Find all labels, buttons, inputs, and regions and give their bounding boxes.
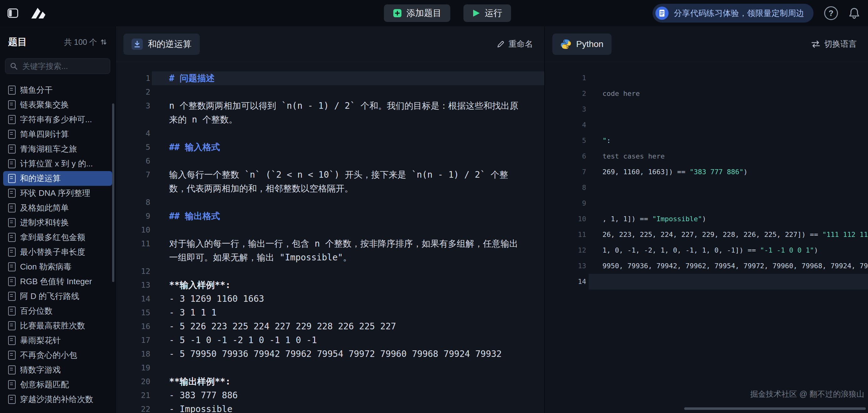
code-line: 5": [545,133,868,149]
code-token: "111 112 113 11 [822,231,868,238]
sidebar-item[interactable]: 百分位数 [3,304,112,318]
document-icon [8,144,16,153]
sidebar-item[interactable]: 环状 DNA 序列整理 [3,186,112,201]
code-line: 139950, 79936, 79942, 79962, 79954, 7997… [545,258,868,274]
switch-language-button[interactable]: 切换语言 [811,38,857,50]
share-doc-icon [655,6,669,20]
markdown-editor[interactable]: 1# 问题描述 2 3n 个整数两两相加可以得到 `n(n - 1) / 2` … [116,62,544,413]
line-number: 14 [545,274,586,290]
language-label: Python [576,39,603,49]
line-number: 8 [116,196,150,209]
markdown-line: 15- 3 1 1 1 [116,306,544,320]
sidebar-item[interactable]: 拿到最多红包金额 [3,230,112,245]
problem-doc-icon [131,38,143,50]
sidebar-item[interactable]: 简单四则计算 [3,127,112,142]
markdown-line: 9## 输出格式 [116,209,544,223]
line-number: 13 [116,278,150,292]
run-label: 运行 [485,7,502,19]
sidebar-item[interactable]: 暴雨梨花针 [3,333,112,348]
code-line: 1126, 223, 225, 224, 227, 229, 228, 226,… [545,227,868,242]
sidebar-item[interactable]: 及格如此简单 [3,201,112,215]
watermark: 掘金技术社区 @ 翻不过的浪狼山 [750,389,864,399]
sidebar-item[interactable]: 进制求和转换 [3,215,112,230]
sidebar-item-active[interactable]: 和的逆运算 [3,171,112,186]
search-input[interactable] [22,61,124,71]
document-icon [8,203,16,212]
code-token: 1, 0, -1, -2, 1, 0, -1, 1, 0, -1]) == [602,246,760,254]
sidebar-item[interactable]: 最小替换子串长度 [3,245,112,260]
document-icon [8,159,16,168]
code-token: code here [602,90,640,97]
document-icon [8,351,16,360]
play-icon [472,9,480,18]
code-line: 121, 0, -1, -2, 1, 0, -1, 1, 0, -1]) == … [545,242,868,258]
problem-sidebar: 题目 共 100 个 猫鱼分干 链表聚集交换 字符串有多少种可... 简单四则计… [0,26,116,413]
line-number: 7 [116,168,150,196]
document-icon [8,247,16,257]
add-icon [393,8,402,18]
topbar: 添加题目 运行 分享代码练习体验，领限量定制周边 ? [0,0,868,27]
sort-icon[interactable] [100,38,107,46]
juejin-logo-icon[interactable] [30,7,48,20]
sidebar-item[interactable]: 青海湖租车之旅 [3,142,112,156]
markdown-line: 13**输入样例**: [116,278,544,292]
sidebar-item[interactable]: RGB 色值转 Integer [3,274,112,289]
markdown-line: 20**输出样例**: [116,375,544,389]
search-box[interactable] [5,58,110,74]
sidebar-toggle-icon[interactable] [7,8,18,18]
problem-count: 共 100 个 [64,37,97,47]
search-icon [10,62,18,70]
line-number: 3 [545,101,586,117]
markdown-line: 2 [116,85,544,99]
sidebar-item[interactable]: 猜数字游戏 [3,362,112,377]
problem-tab[interactable]: 和的逆运算 [123,33,200,55]
markdown-line: 16- 5 226 223 225 224 227 229 228 226 22… [116,320,544,333]
promo-banner[interactable]: 分享代码练习体验，领限量定制周边 [653,4,813,23]
code-token: "383 777 886" [689,168,743,176]
line-number: 2 [116,85,150,99]
code-token: " [602,137,607,144]
code-token: ) [743,168,747,176]
code-token: 9950, 79936, 79942, 79962, 79954, 79972,… [602,262,868,270]
code-line: 10, 1, 1]) == "Impossible") [545,211,868,227]
code-token: "Impossible" [652,215,702,223]
markdown-line: 4 [116,126,544,140]
language-tab[interactable]: Python [552,33,612,55]
line-number: 12 [545,242,586,258]
app-window: 添加题目 运行 分享代码练习体验，领限量定制周边 ? 题目 共 100 个 [0,0,868,413]
line-number: 3 [116,99,150,126]
line-number: 9 [116,209,150,223]
code-editor[interactable]: 1 2code here 3 4 5": 6test cases here 72… [545,62,868,413]
add-problem-label: 添加题目 [406,7,441,19]
line-number: 7 [545,164,586,180]
sidebar-item[interactable]: 字符串有多少种可... [3,112,112,127]
markdown-line: 6 [116,154,544,168]
sidebar-item[interactable]: Cion 勒索病毒 [3,260,112,274]
sidebar-item[interactable]: 猫鱼分干 [3,83,112,97]
problem-list: 猫鱼分干 链表聚集交换 字符串有多少种可... 简单四则计算 青海湖租车之旅 计… [0,83,115,407]
bell-icon[interactable] [848,7,860,19]
document-icon [8,130,16,139]
sidebar-item[interactable]: 阿 D 的飞行路线 [3,289,112,304]
sidebar-item[interactable]: 计算位置 x 到 y 的... [3,156,112,171]
sidebar-scrollbar[interactable] [112,104,114,282]
swap-arrows-icon [811,40,820,48]
add-problem-button[interactable]: 添加题目 [384,4,450,22]
sidebar-item[interactable]: 创意标题匹配 [3,377,112,392]
sidebar-item[interactable]: 穿越沙漠的补给次数 [3,392,112,407]
line-number: 10 [545,211,586,227]
line-number: 1 [545,70,586,86]
line-number: 5 [116,140,150,154]
sidebar-item[interactable]: 链表聚集交换 [3,97,112,112]
sidebar-item[interactable]: 不再贪心的小包 [3,348,112,362]
problem-tab-title: 和的逆运算 [148,38,192,50]
document-icon [8,277,16,286]
horizontal-scrollbar[interactable] [684,407,866,410]
sidebar-item[interactable]: 比赛最高获胜次数 [3,318,112,333]
help-icon[interactable]: ? [824,6,838,20]
line-number: 13 [545,258,586,274]
run-button[interactable]: 运行 [463,4,511,22]
code-line: 2code here [545,86,868,101]
rename-button[interactable]: 重命名 [497,38,533,50]
code-token: "-1 -1 0 0 1" [760,246,814,254]
